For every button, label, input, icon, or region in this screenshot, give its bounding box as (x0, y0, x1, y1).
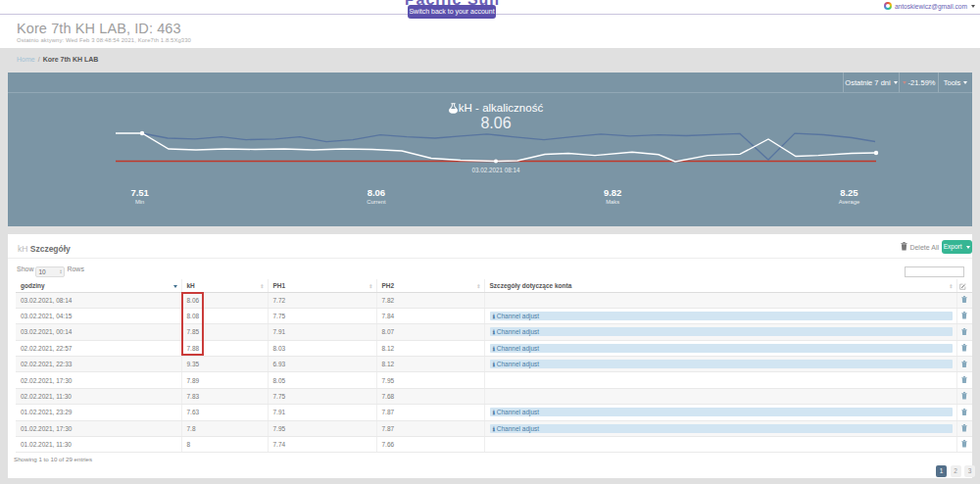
svg-text:03.02.2021 08:14: 03.02.2021 08:14 (471, 167, 520, 173)
